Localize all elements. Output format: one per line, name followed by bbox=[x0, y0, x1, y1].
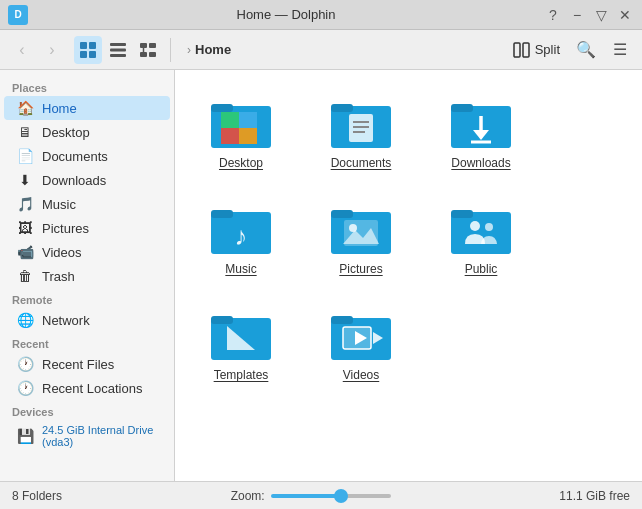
videos-folder-icon bbox=[329, 308, 393, 362]
free-space: 11.1 GiB free bbox=[559, 489, 630, 503]
sidebar-item-network[interactable]: 🌐 Network bbox=[4, 308, 170, 332]
file-item-public[interactable]: Public bbox=[431, 196, 531, 282]
view-compact-button[interactable] bbox=[104, 36, 132, 64]
sidebar-item-downloads[interactable]: ⬇ Downloads bbox=[4, 168, 170, 192]
window-controls: ? − ▽ ✕ bbox=[544, 6, 634, 24]
svg-rect-10 bbox=[149, 52, 156, 57]
recent-locations-icon: 🕐 bbox=[16, 380, 34, 396]
svg-rect-38 bbox=[451, 210, 473, 218]
app-icon: D bbox=[8, 5, 28, 25]
view-icons-button[interactable] bbox=[74, 36, 102, 64]
svg-rect-15 bbox=[211, 104, 233, 112]
file-item-downloads[interactable]: Downloads bbox=[431, 90, 531, 176]
file-item-videos[interactable]: Videos bbox=[311, 302, 411, 388]
svg-rect-2 bbox=[80, 51, 87, 58]
forward-button[interactable]: › bbox=[38, 36, 66, 64]
sidebar-item-documents[interactable]: 📄 Documents bbox=[4, 144, 170, 168]
sidebar-downloads-label: Downloads bbox=[42, 173, 158, 188]
nav-buttons: ‹ › bbox=[8, 36, 66, 64]
svg-rect-21 bbox=[331, 104, 353, 112]
help-button[interactable]: ? bbox=[544, 6, 562, 24]
file-item-music[interactable]: ♪ Music bbox=[191, 196, 291, 282]
toolbar-separator bbox=[170, 38, 171, 62]
split-label: Split bbox=[535, 42, 560, 57]
svg-rect-31 bbox=[211, 210, 233, 218]
file-item-documents[interactable]: Documents bbox=[311, 90, 411, 176]
sidebar-item-recent-files[interactable]: 🕐 Recent Files bbox=[4, 352, 170, 376]
statusbar: 8 Folders Zoom: 11.1 GiB free bbox=[0, 481, 642, 509]
main-area: Places 🏠 Home 🖥 Desktop 📄 Documents ⬇ Do… bbox=[0, 70, 642, 481]
svg-rect-3 bbox=[89, 51, 96, 58]
downloads-folder-icon bbox=[449, 96, 513, 150]
folders-count: 8 Folders bbox=[12, 489, 62, 503]
location-text: Home bbox=[195, 42, 231, 57]
svg-rect-17 bbox=[239, 112, 257, 128]
titlebar: D Home — Dolphin ? − ▽ ✕ bbox=[0, 0, 642, 30]
documents-label: Documents bbox=[331, 156, 392, 170]
close-button[interactable]: ✕ bbox=[616, 6, 634, 24]
svg-rect-12 bbox=[514, 43, 520, 57]
downloads-icon: ⬇ bbox=[16, 172, 34, 188]
downloads-label: Downloads bbox=[451, 156, 510, 170]
sidebar-documents-label: Documents bbox=[42, 149, 158, 164]
view-tree-button[interactable] bbox=[134, 36, 162, 64]
file-area: Desktop Documents bbox=[175, 70, 642, 481]
back-button[interactable]: ‹ bbox=[8, 36, 36, 64]
sidebar-recent-files-label: Recent Files bbox=[42, 357, 158, 372]
minimize-button[interactable]: − bbox=[568, 6, 586, 24]
svg-rect-37 bbox=[451, 212, 511, 254]
sidebar-item-pictures[interactable]: 🖼 Pictures bbox=[4, 216, 170, 240]
file-item-templates[interactable]: Templates bbox=[191, 302, 291, 388]
window-title: Home — Dolphin bbox=[28, 7, 544, 22]
svg-rect-1 bbox=[89, 42, 96, 49]
svg-rect-27 bbox=[451, 104, 473, 112]
sidebar-pictures-label: Pictures bbox=[42, 221, 158, 236]
tree-view-icon bbox=[139, 41, 157, 59]
desktop-label: Desktop bbox=[219, 156, 263, 170]
desktop-folder-icon bbox=[209, 96, 273, 150]
svg-rect-7 bbox=[140, 43, 147, 48]
zoom-label: Zoom: bbox=[231, 489, 265, 503]
file-grid: Desktop Documents bbox=[191, 90, 626, 388]
split-button[interactable]: Split bbox=[507, 38, 566, 62]
sidebar-trash-label: Trash bbox=[42, 269, 158, 284]
compact-view-icon bbox=[109, 41, 127, 59]
search-button[interactable]: 🔍 bbox=[572, 36, 600, 64]
desktop-icon: 🖥 bbox=[16, 124, 34, 140]
trash-icon: 🗑 bbox=[16, 268, 34, 284]
sidebar-item-videos[interactable]: 📹 Videos bbox=[4, 240, 170, 264]
sidebar-section-remote: Remote bbox=[0, 288, 174, 308]
svg-rect-45 bbox=[331, 316, 353, 324]
svg-rect-42 bbox=[211, 316, 233, 324]
svg-rect-18 bbox=[221, 128, 239, 144]
pictures-icon: 🖼 bbox=[16, 220, 34, 236]
sidebar-desktop-label: Desktop bbox=[42, 125, 158, 140]
file-item-desktop[interactable]: Desktop bbox=[191, 90, 291, 176]
maximize-button[interactable]: ▽ bbox=[592, 6, 610, 24]
menu-button[interactable]: ☰ bbox=[606, 36, 634, 64]
zoom-control: Zoom: bbox=[82, 489, 539, 503]
zoom-slider[interactable] bbox=[271, 494, 391, 498]
documents-folder-icon bbox=[329, 96, 393, 150]
sidebar-item-music[interactable]: 🎵 Music bbox=[4, 192, 170, 216]
sidebar-item-trash[interactable]: 🗑 Trash bbox=[4, 264, 170, 288]
sidebar-section-recent: Recent bbox=[0, 332, 174, 352]
svg-rect-6 bbox=[110, 54, 126, 57]
sidebar-item-home[interactable]: 🏠 Home bbox=[4, 96, 170, 120]
templates-label: Templates bbox=[214, 368, 269, 382]
file-item-pictures[interactable]: Pictures bbox=[311, 196, 411, 282]
recent-files-icon: 🕐 bbox=[16, 356, 34, 372]
music-folder-icon: ♪ bbox=[209, 202, 273, 256]
sidebar-item-internal-drive[interactable]: 💾 24.5 GiB Internal Drive (vda3) bbox=[4, 420, 170, 452]
sidebar-home-label: Home bbox=[42, 101, 158, 116]
sidebar-item-recent-locations[interactable]: 🕐 Recent Locations bbox=[4, 376, 170, 400]
music-label: Music bbox=[225, 262, 256, 276]
icons-view-icon bbox=[79, 41, 97, 59]
drive-icon: 💾 bbox=[16, 428, 34, 444]
sidebar-network-label: Network bbox=[42, 313, 158, 328]
templates-folder-icon bbox=[209, 308, 273, 362]
sidebar: Places 🏠 Home 🖥 Desktop 📄 Documents ⬇ Do… bbox=[0, 70, 175, 481]
sidebar-item-desktop[interactable]: 🖥 Desktop bbox=[4, 120, 170, 144]
svg-rect-9 bbox=[140, 52, 147, 57]
toolbar: ‹ › bbox=[0, 30, 642, 70]
